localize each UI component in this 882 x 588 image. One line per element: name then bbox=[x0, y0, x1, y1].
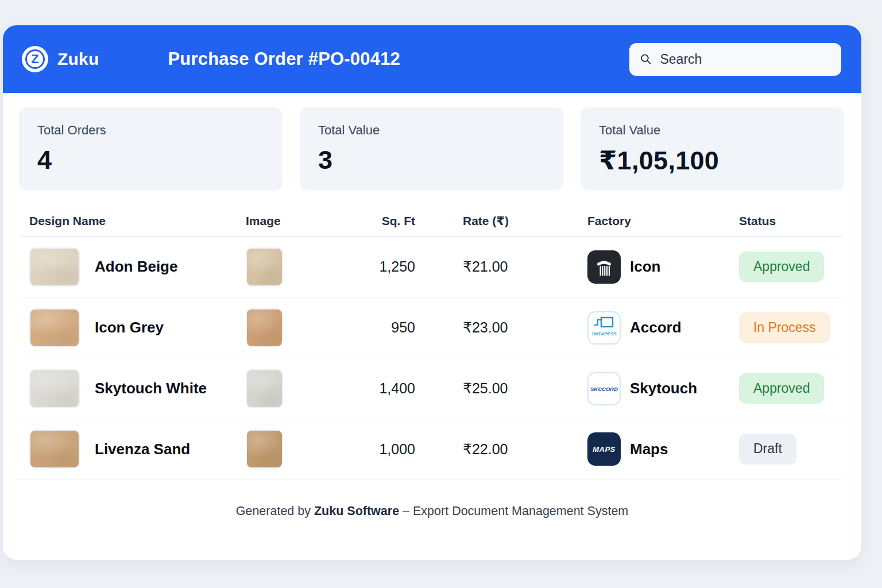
table-row: Livenza Sand 1,000 ₹22.00 MAPS Maps Draf… bbox=[19, 419, 843, 479]
rate-value: ₹25.00 bbox=[415, 380, 587, 397]
col-header-sqft: Sq. Ft bbox=[341, 214, 415, 228]
status-badge: In Process bbox=[739, 312, 830, 343]
orders-table: Design Name Image Sq. Ft Rate (₹) Factor… bbox=[3, 190, 861, 479]
col-header-status: Status bbox=[739, 214, 843, 228]
factory-name: Icon bbox=[630, 258, 660, 276]
design-cell: Icon Grey bbox=[19, 308, 246, 347]
snt-pess-logo: SNT&PESS bbox=[587, 311, 621, 345]
svg-text:SKCCORD: SKCCORD bbox=[590, 386, 618, 392]
factory-cell: MAPS Maps bbox=[587, 432, 739, 466]
skccord-logo: SKCCORD bbox=[587, 372, 621, 405]
product-image bbox=[246, 308, 283, 347]
search-box[interactable] bbox=[629, 43, 841, 76]
stat-card-total-value-count: Total Value 3 bbox=[300, 107, 563, 190]
footer: Generated by Zuku Software – Export Docu… bbox=[3, 479, 861, 519]
status-badge: Approved bbox=[739, 252, 824, 283]
rate-value: ₹21.00 bbox=[415, 258, 587, 275]
design-swatch bbox=[29, 308, 80, 347]
design-cell: Skytouch White bbox=[19, 369, 246, 408]
design-name: Adon Beige bbox=[95, 258, 177, 276]
col-header-factory: Factory bbox=[587, 214, 739, 228]
stat-value: ₹1,05,100 bbox=[599, 145, 826, 176]
page: Z Zuku Purchase Order #PO-00412 Total Or… bbox=[0, 0, 882, 588]
status-cell: In Process bbox=[739, 312, 843, 343]
rate-value: ₹23.00 bbox=[415, 319, 587, 336]
footer-suffix: – Export Document Management System bbox=[399, 504, 628, 518]
status-badge: Approved bbox=[739, 373, 824, 404]
column-icon bbox=[587, 250, 621, 284]
sqft-value: 1,400 bbox=[341, 380, 415, 397]
maps-logo: MAPS bbox=[587, 432, 621, 466]
zuku-logo-ring: Z bbox=[25, 49, 45, 69]
page-title: Purchase Order #PO-00412 bbox=[168, 49, 400, 69]
search-icon bbox=[640, 52, 652, 66]
table-row: Icon Grey 950 ₹23.00 SNT&PESS Accor bbox=[19, 297, 843, 358]
image-cell bbox=[246, 308, 341, 347]
zuku-logo-icon: Z bbox=[22, 46, 48, 72]
status-cell: Approved bbox=[739, 252, 843, 283]
design-cell: Livenza Sand bbox=[19, 430, 246, 469]
footer-brand: Zuku Software bbox=[314, 504, 399, 518]
stat-label: Total Value bbox=[599, 123, 826, 138]
stat-value: 4 bbox=[37, 145, 264, 175]
brand: Z Zuku bbox=[22, 46, 99, 72]
col-header-rate: Rate (₹) bbox=[415, 214, 587, 228]
stat-card-total-orders: Total Orders 4 bbox=[19, 107, 283, 190]
stat-label: Total Orders bbox=[37, 123, 264, 138]
rate-value: ₹22.00 bbox=[415, 441, 587, 458]
app-header: Z Zuku Purchase Order #PO-00412 bbox=[3, 25, 861, 93]
svg-text:SNT&PESS: SNT&PESS bbox=[591, 331, 617, 336]
sqft-value: 1,250 bbox=[341, 258, 415, 275]
design-swatch bbox=[29, 430, 80, 469]
design-swatch bbox=[29, 369, 80, 408]
search-input[interactable] bbox=[660, 52, 831, 67]
factory-cell: SKCCORD Skytouch bbox=[587, 372, 739, 405]
image-cell bbox=[246, 430, 341, 469]
stat-card-total-value-amount: Total Value ₹1,05,100 bbox=[581, 107, 844, 190]
maps-logo-text: MAPS bbox=[593, 445, 616, 454]
status-badge: Draft bbox=[739, 434, 796, 465]
factory-cell: SNT&PESS Accord bbox=[587, 311, 739, 345]
stat-label: Total Value bbox=[318, 123, 545, 138]
sqft-value: 950 bbox=[341, 319, 415, 336]
table-row: Skytouch White 1,400 ₹25.00 SKCCORD Skyt… bbox=[19, 358, 843, 419]
sqft-value: 1,000 bbox=[341, 441, 415, 458]
status-cell: Approved bbox=[739, 373, 843, 404]
design-name: Skytouch White bbox=[95, 380, 207, 397]
status-cell: Draft bbox=[739, 434, 843, 465]
factory-name: Accord bbox=[630, 319, 682, 336]
footer-prefix: Generated by bbox=[236, 504, 314, 518]
product-image bbox=[246, 430, 283, 469]
document-card: Z Zuku Purchase Order #PO-00412 Total Or… bbox=[3, 25, 861, 560]
design-name: Icon Grey bbox=[95, 319, 164, 336]
factory-cell: Icon bbox=[587, 250, 739, 284]
image-cell bbox=[246, 247, 341, 287]
stats-row: Total Orders 4 Total Value 3 Total Value… bbox=[3, 93, 861, 190]
col-header-design: Design Name bbox=[19, 214, 246, 228]
zuku-logo-letter: Z bbox=[31, 53, 38, 65]
table-row: Adon Beige 1,250 ₹21.00 bbox=[19, 236, 843, 297]
image-cell bbox=[246, 369, 341, 408]
product-image bbox=[246, 247, 283, 287]
col-header-image: Image bbox=[246, 214, 341, 228]
factory-name: Skytouch bbox=[630, 380, 697, 397]
product-image bbox=[246, 369, 283, 408]
table-header-row: Design Name Image Sq. Ft Rate (₹) Factor… bbox=[19, 206, 843, 236]
factory-name: Maps bbox=[630, 440, 668, 458]
stat-value: 3 bbox=[318, 145, 545, 175]
design-swatch bbox=[29, 247, 80, 287]
design-name: Livenza Sand bbox=[95, 440, 190, 458]
design-cell: Adon Beige bbox=[19, 247, 246, 287]
brand-name: Zuku bbox=[57, 49, 99, 69]
